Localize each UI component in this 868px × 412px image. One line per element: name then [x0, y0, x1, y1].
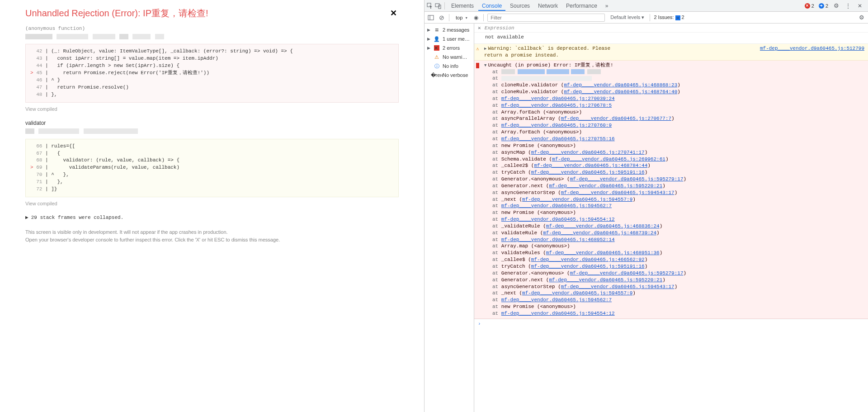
issues-label[interactable]: 2 Issues: ➔ 2 [654, 14, 684, 21]
dev-footer-note: This screen is visible only in developme… [25, 228, 399, 243]
gear-icon[interactable] [833, 2, 840, 9]
stack-link[interactable]: mf-dep____vendor.d9a60465.js:594554:12 [501, 217, 615, 222]
close-button[interactable]: ✕ [390, 8, 397, 18]
status-badges: ✕2 ➔2 ✕ [805, 2, 866, 9]
stack-link[interactable]: mf-dep____vendor.d9a60465.js:594557:9 [522, 197, 632, 202]
stack-trace: at at at cloneRule.validator (mf-dep____… [484, 69, 864, 317]
code-block-2: 66 | rules={[ 67 | { 68 | validator: (ru… [25, 139, 399, 198]
stack-link[interactable]: mf-dep____vendor.d9a60465.js:270677:7 [561, 116, 671, 121]
filter-input[interactable] [487, 14, 605, 22]
expression-placeholder[interactable]: Expression [485, 25, 514, 31]
live-expression-icon[interactable] [472, 14, 480, 21]
stack-link[interactable]: mf-dep____vendor.d9a60465.js:595279:17 [570, 270, 684, 276]
sidebar-item-info[interactable]: ⓘNo info [425, 62, 474, 71]
user-icon: 👤 [434, 36, 440, 42]
log-levels-dropdown[interactable]: Default levels ▾ [609, 14, 646, 21]
sidebar-item-user[interactable]: ▶👤1 user me… [425, 34, 474, 43]
tab-elements[interactable]: Elements [448, 1, 477, 11]
error-count-badge[interactable]: ✕2 [805, 3, 814, 9]
expression-value: not available [474, 33, 868, 44]
stack-link[interactable]: mf-dep____vendor.d9a60465.js:594562:7 [501, 297, 612, 303]
stack-link[interactable]: mf-dep____vendor.d9a60465.js:270760:9 [501, 123, 612, 128]
error-icon: ✕ [434, 45, 440, 51]
console-toolbar: top Default levels ▾ 2 Issues: ➔ 2 [425, 12, 868, 24]
redacted-source-path [25, 33, 399, 39]
error-overlay: ✕ Unhandled Rejection (Error): IP重复，请检查!… [0, 0, 424, 412]
stack-link[interactable]: mf-dep____vendor.d9a60465.js:594554:12 [501, 311, 615, 316]
console-settings-icon[interactable] [858, 14, 865, 21]
list-icon [434, 27, 440, 33]
stack-link[interactable]: mf-dep____vendor.d9a60465.js:269962:61 [552, 156, 665, 162]
stack-link[interactable]: mf-dep____vendor.d9a60465.js:594543:17 [561, 190, 675, 195]
devtools-tabs: Elements Console Sources Network Perform… [425, 0, 868, 12]
close-devtools-icon[interactable]: ✕ [856, 2, 863, 9]
inspect-icon[interactable] [426, 2, 434, 9]
console-error: ✕ ▼Uncaught (in promise) Error: IP重复，请检查… [474, 61, 868, 319]
kebab-menu-icon[interactable] [844, 2, 852, 9]
sidebar-toggle-icon[interactable] [427, 14, 434, 21]
stack-link[interactable]: mf-dep____vendor.d9a60465.js:468764:40 [564, 89, 677, 95]
tab-performance[interactable]: Performance [562, 1, 601, 11]
stack-link[interactable]: mf-dep____vendor.d9a60465.js:468739:24 [543, 230, 656, 236]
sidebar-item-verbose[interactable]: �генNo verbose [425, 71, 474, 80]
error-circle-icon: ✕ [476, 62, 482, 69]
error-title: Unhandled Rejection (Error): IP重复，请检查! [25, 7, 399, 19]
anonymous-function-label: (anonymous function) [25, 26, 399, 31]
stack-link[interactable]: mf-dep____vendor.d9a60465.js:270039:24 [501, 96, 615, 101]
tab-console[interactable]: Console [478, 1, 505, 11]
tab-network[interactable]: Network [534, 1, 561, 11]
collapse-icon[interactable]: ▼ [484, 63, 486, 68]
close-expression-icon[interactable]: ✕ [478, 25, 481, 31]
sidebar-item-warnings[interactable]: ⚠No warni… [425, 52, 474, 62]
stack-link[interactable]: mf-dep____vendor.d9a60465.js:468951:36 [546, 250, 660, 256]
stack-link[interactable]: mf-dep____vendor.d9a60465.js:595220:21 [549, 183, 662, 189]
info-icon: ⓘ [434, 63, 440, 69]
stack-link[interactable]: mf-dep____vendor.d9a60465.js:468952:14 [501, 237, 615, 242]
sidebar-item-errors[interactable]: ▶✕2 errors [425, 43, 474, 52]
console-output: ✕ Expression not available ⚠ mf-dep____v… [474, 24, 868, 412]
stack-link[interactable]: mf-dep____vendor.d9a60465.js:595191:16 [531, 170, 645, 175]
console-prompt[interactable]: › [474, 319, 868, 328]
sidebar-item-messages[interactable]: ▶2 messages [425, 25, 474, 34]
warning-source-link[interactable]: mf-dep____vendor.d9a60465.js:512799 [760, 45, 864, 52]
warning-icon: ⚠ [434, 54, 440, 60]
context-selector[interactable]: top [453, 14, 469, 21]
stack-link[interactable]: mf-dep____vendor.d9a60465.js:270741:17 [531, 150, 645, 155]
message-count-badge[interactable]: ➔2 [819, 3, 828, 9]
error-message: Uncaught (in promise) Error: IP重复，请检查! [488, 62, 613, 68]
tab-sources[interactable]: Sources [506, 1, 533, 11]
console-warning: ⚠ mf-dep____vendor.d9a60465.js:512799 ▶W… [474, 44, 868, 61]
collapsed-frames[interactable]: ▶29 stack frames were collapsed. [25, 214, 399, 220]
stack-link[interactable]: mf-dep____vendor.d9a60465.js:466562:92 [531, 257, 645, 262]
devtools-panel: Elements Console Sources Network Perform… [424, 0, 868, 412]
expand-arrow-icon: ▶ [25, 215, 28, 220]
device-toggle-icon[interactable] [434, 2, 442, 9]
stack-link[interactable]: mf-dep____vendor.d9a60465.js:594557:9 [522, 290, 632, 296]
expand-icon[interactable]: ▶ [484, 47, 486, 51]
warning-triangle-icon: ⚠ [476, 46, 482, 52]
view-compiled-link-2[interactable]: View compiled [25, 201, 399, 206]
stack-link[interactable]: mf-dep____vendor.d9a60465.js:270678:5 [501, 103, 612, 108]
stack-link[interactable]: mf-dep____vendor.d9a60465.js:595220:21 [549, 277, 662, 283]
tabs-overflow[interactable]: » [602, 1, 612, 11]
svg-rect-3 [428, 15, 434, 20]
code-block-1: 42 | (_: RuleObject, value: ItemValueTyp… [25, 44, 399, 103]
stack-link[interactable]: mf-dep____vendor.d9a60465.js:594562:7 [501, 203, 612, 208]
validator-label: validator [25, 120, 399, 126]
expression-bar: ✕ Expression [474, 24, 868, 33]
stack-link[interactable]: mf-dep____vendor.d9a60465.js:595191:16 [531, 264, 645, 269]
stack-link[interactable]: mf-dep____vendor.d9a60465.js:594543:17 [561, 284, 675, 289]
stack-link[interactable]: mf-dep____vendor.d9a60465.js:468868:23 [564, 82, 677, 88]
clear-console-icon[interactable] [438, 14, 445, 21]
stack-link[interactable]: mf-dep____vendor.d9a60465.js:468836:24 [546, 223, 660, 229]
stack-link[interactable]: mf-dep____vendor.d9a60465.js:595279:17 [570, 176, 684, 182]
redacted-source-path-2 [25, 128, 399, 134]
verbose-icon: �ген [434, 72, 440, 78]
view-compiled-link[interactable]: View compiled [25, 106, 399, 112]
stack-link[interactable]: mf-dep____vendor.d9a60465.js:270755:16 [501, 136, 615, 142]
console-sidebar: ▶2 messages ▶👤1 user me… ▶✕2 errors ⚠No … [425, 24, 474, 412]
stack-link[interactable]: mf-dep____vendor.d9a60465.js:468784:44 [534, 163, 647, 168]
